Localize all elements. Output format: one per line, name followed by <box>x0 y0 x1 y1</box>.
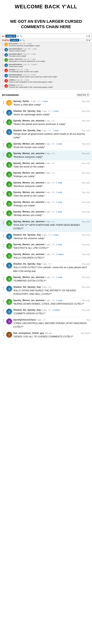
flag-reply[interactable]: flag reply <box>82 263 90 265</box>
toolbar-dropdown[interactable]: ▼ <box>88 35 90 37</box>
avatar: T <box>6 332 12 338</box>
flag-reply[interactable]: flag reply <box>82 152 90 154</box>
upvote-button[interactable]: ▲ <box>2 119 4 122</box>
downvote-button[interactable]: ▼ <box>2 145 4 147</box>
create-button-2[interactable]: Create ▼ <box>10 39 19 42</box>
downvote-button[interactable]: ▼ <box>2 255 4 258</box>
upvote-button[interactable]: ▲ <box>2 100 4 102</box>
comment-meta: Spooky_Memes_are_awsome0 ups,19h,1 reply… <box>13 210 90 213</box>
downvote-button[interactable]: ▼ <box>2 112 4 114</box>
comment-body: Shadow_the_Spooky_Gay0 ups,19h,1 replyfl… <box>13 234 90 240</box>
comment-time: 19h, <box>48 234 52 236</box>
comment-item: ▲▼SSpooky_Memes_are_awsome0 ups,19h,flag… <box>0 219 92 232</box>
downvote-button[interactable]: ▼ <box>2 164 4 166</box>
flag-reply[interactable]: flag reply <box>82 172 90 174</box>
downvote-button[interactable]: ▼ <box>2 222 4 225</box>
upvote-button[interactable]: ▲ <box>2 243 4 246</box>
downvote-button[interactable]: ▼ <box>2 154 4 156</box>
flag-reply[interactable]: flag reply <box>82 129 90 132</box>
comment-item: ▲▼SSpooky_Memes_are_awsome0 ups,19h,1 re… <box>0 199 92 209</box>
comment-username: Spooky_Memes_are_awsome <box>13 220 44 223</box>
downvote-button[interactable]: ▼ <box>2 334 4 336</box>
downvote-button[interactable]: ▼ <box>2 321 4 323</box>
downvote-button[interactable]: ▼ <box>2 102 4 104</box>
flag-reply[interactable]: flag reply <box>82 143 90 145</box>
comment-ups: 1 ups, <box>31 100 36 102</box>
upvote-button[interactable]: ▲ <box>2 220 4 222</box>
comment-body: Spooky_Memes_are_awsome0 ups,19h,1 reply… <box>13 201 90 208</box>
downvote-button[interactable]: ▼ <box>2 193 4 196</box>
upvote-button[interactable]: ▲ <box>2 318 4 321</box>
upvote-button[interactable]: ▲ <box>2 110 4 112</box>
downvote-button[interactable]: ▼ <box>2 174 4 176</box>
flag-reply[interactable]: flag reply <box>82 276 90 278</box>
downvote-button[interactable]: ▼ <box>2 213 4 215</box>
avatar: S <box>6 220 12 226</box>
upvote-button[interactable]: ▲ <box>2 276 4 278</box>
upvote-button[interactable]: ▲ <box>2 332 4 334</box>
downvote-button[interactable]: ▼ <box>2 278 4 280</box>
small-comment-row: ▲▼11234doy 0 ups, 3h · 1 reply*Accidenta… <box>1 68 91 73</box>
flag-reply[interactable]: flag reply <box>82 120 90 122</box>
flag-reply[interactable]: flag reply <box>82 191 90 194</box>
comment-text: *Brutaly abuses you cutely* <box>13 213 90 217</box>
upvote-button[interactable]: ▲ <box>2 201 4 203</box>
toolbar-dropdown-2[interactable]: ▼ <box>88 39 90 41</box>
imgflip-logo-2: imgflip <box>2 39 9 42</box>
comment-username: Spooky_Memes_are_awsome <box>13 201 44 204</box>
upvote-button[interactable]: ▲ <box>2 210 4 213</box>
flag-reply[interactable]: flag reply <box>82 234 90 236</box>
upvote-button[interactable]: ▲ <box>2 299 4 301</box>
upvote-button[interactable]: ▲ <box>2 129 4 132</box>
downvote-button[interactable]: ▼ <box>2 246 4 248</box>
upvote-button[interactable]: ▲ <box>2 191 4 193</box>
downvote-button[interactable]: ▼ <box>2 236 4 238</box>
small-comment-row: ▲▼11234doy 0 ups, 0h *schools the Androm… <box>1 84 91 89</box>
downvote-button[interactable]: ▼ <box>2 122 4 124</box>
flag-reply[interactable]: flag delete <box>81 332 90 334</box>
upvote-button[interactable]: ▲ <box>2 262 4 265</box>
upvote-button[interactable]: ▲ <box>2 253 4 255</box>
upvote-button[interactable]: ▲ <box>2 309 4 311</box>
upvote-button[interactable]: ▲ <box>2 152 4 154</box>
comment-item: ▲▼SSpooky_Memes_are_awsome0 ups,19h,flag… <box>0 170 92 180</box>
flag-reply[interactable]: flag reply <box>82 220 90 222</box>
downvote-button[interactable]: ▼ <box>2 203 4 205</box>
upvote-button[interactable]: ▲ <box>2 234 4 236</box>
flag-reply[interactable]: flag reply <box>82 309 90 311</box>
flag-reply[interactable]: flag reply <box>82 100 90 102</box>
flag-reply[interactable]: flag <box>87 319 90 321</box>
downvote-button[interactable]: ▼ <box>2 184 4 186</box>
downvote-button[interactable]: ▼ <box>2 132 4 134</box>
flag-reply[interactable]: flag reply <box>82 243 90 246</box>
comment-text: *brings down all government systems whic… <box>13 132 90 139</box>
avatar: S <box>6 162 12 168</box>
sort-select[interactable]: Best first ▼ <box>76 93 90 97</box>
upvote-button[interactable]: ▲ <box>2 286 4 288</box>
upvote-button[interactable]: ▲ <box>2 142 4 145</box>
flag-reply[interactable]: flag reply <box>82 182 90 184</box>
flag-reply[interactable]: flag reply <box>82 162 90 164</box>
downvote-button[interactable]: ▼ <box>2 301 4 304</box>
upvote-button[interactable]: ▲ <box>2 162 4 164</box>
flag-reply[interactable]: flag reply <box>82 286 90 288</box>
comment-meta: Spooky_Memes_are_awsome1 ups,19h,flag re… <box>13 119 90 122</box>
comments-header: 24 Comments Best first ▼ <box>0 92 92 98</box>
upvote-button[interactable]: ▲ <box>2 172 4 174</box>
flag-reply[interactable]: flag reply <box>82 253 90 256</box>
flag-reply[interactable]: flag reply <box>82 210 90 213</box>
downvote-button[interactable]: ▼ <box>2 265 4 267</box>
upvote-button[interactable]: ▲ <box>2 181 4 184</box>
downvote-button[interactable]: ▼ <box>2 288 4 290</box>
flag-reply[interactable]: flag reply <box>82 299 90 302</box>
comment-time: 19h, <box>51 299 55 302</box>
flag-reply[interactable]: flag reply <box>82 201 90 203</box>
comment-ups: 0 ups, <box>45 276 51 278</box>
comment-ups: 0 ups, <box>45 201 51 203</box>
comment-item: ▲▼SShadow_the_Spooky_Gay1 ups,21h,1 repl… <box>0 108 92 118</box>
flag-reply[interactable]: flag reply <box>82 110 90 112</box>
downvote-button[interactable]: ▼ <box>2 311 4 313</box>
comment-username: Shadow_the_Spooky_Gay <box>13 286 41 288</box>
create-button[interactable]: Create ▼ <box>5 34 16 38</box>
comment-item: ▲▼SSpooky_Memes_are_awsome0 ups,19h,1 re… <box>0 209 92 219</box>
